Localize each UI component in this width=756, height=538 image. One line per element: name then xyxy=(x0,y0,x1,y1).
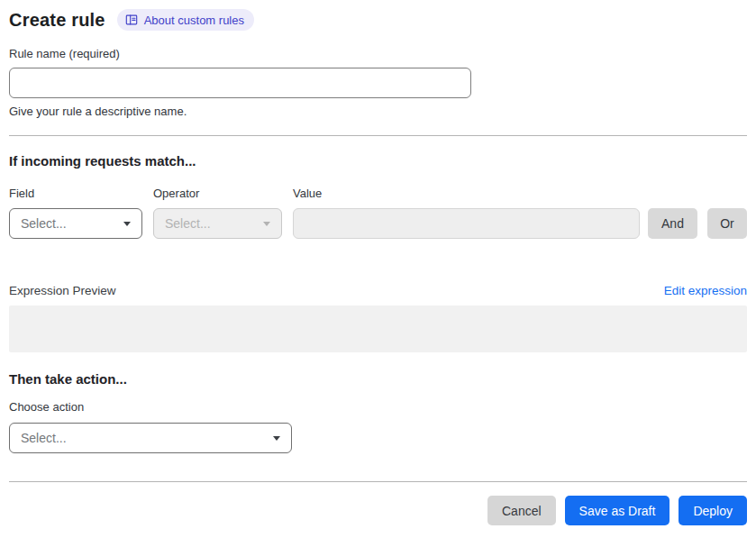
page-title: Create rule xyxy=(9,9,105,31)
about-custom-rules-label: About custom rules xyxy=(144,14,244,26)
match-labels-row: Field Operator Value xyxy=(9,187,747,200)
rule-name-label: Rule name (required) xyxy=(9,48,747,60)
about-custom-rules-link[interactable]: About custom rules xyxy=(117,9,254,31)
field-label: Field xyxy=(9,187,153,200)
expression-preview-box xyxy=(9,305,747,352)
book-icon xyxy=(125,14,138,26)
match-controls-row: Select... Select... And Or xyxy=(9,208,747,239)
page-header: Create rule About custom rules xyxy=(9,9,747,31)
operator-select: Select... xyxy=(153,208,282,239)
edit-expression-link[interactable]: Edit expression xyxy=(664,284,747,298)
operator-label: Operator xyxy=(153,187,293,200)
value-input xyxy=(293,208,640,239)
chevron-down-icon xyxy=(123,222,131,226)
value-label: Value xyxy=(293,187,747,200)
action-select-value: Select... xyxy=(21,431,67,445)
field-select-value: Select... xyxy=(21,216,67,231)
action-select[interactable]: Select... xyxy=(9,423,292,453)
save-as-draft-button[interactable]: Save as Draft xyxy=(565,496,670,525)
rule-name-input[interactable] xyxy=(9,68,471,98)
chevron-down-icon xyxy=(263,222,270,226)
cancel-button[interactable]: Cancel xyxy=(487,496,556,525)
choose-action-label: Choose action xyxy=(9,401,747,414)
deploy-button[interactable]: Deploy xyxy=(679,496,747,525)
expression-preview-label: Expression Preview xyxy=(9,284,116,298)
footer-actions: Cancel Save as Draft Deploy xyxy=(9,496,747,525)
and-button[interactable]: And xyxy=(648,208,697,239)
footer-divider xyxy=(9,481,747,482)
field-select[interactable]: Select... xyxy=(9,208,142,239)
expression-preview-row: Expression Preview Edit expression xyxy=(9,284,747,298)
action-section-heading: Then take action... xyxy=(9,372,747,387)
operator-select-value: Select... xyxy=(165,216,211,231)
section-divider xyxy=(9,135,747,136)
or-button[interactable]: Or xyxy=(707,208,747,239)
chevron-down-icon xyxy=(273,436,280,441)
rule-name-help: Give your rule a descriptive name. xyxy=(9,105,747,118)
create-rule-page: Create rule About custom rules Rule name… xyxy=(0,0,756,534)
match-section-heading: If incoming requests match... xyxy=(9,154,747,169)
